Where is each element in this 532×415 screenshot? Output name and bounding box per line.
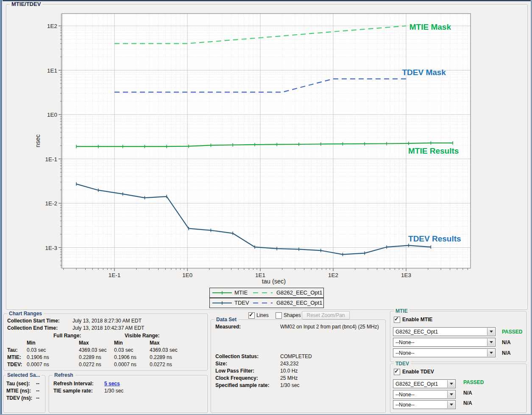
- svg-text:1E-3: 1E-3: [45, 245, 57, 251]
- legend-mtie-mask-label: G8262_EEC_Opt1: [276, 289, 322, 296]
- selected-samples-title: Selected Sa...: [6, 372, 42, 378]
- chart-ranges-group: Chart Ranges Collection Start Time: July…: [3, 314, 208, 370]
- collection-end-value: July 13, 2018 10:42:37 AM EDT: [72, 325, 144, 331]
- tdev-vis-min: 0.0007 ns: [114, 362, 136, 367]
- enable-mtie-label: Enable MTIE: [402, 317, 432, 322]
- tau-full-max: 4369.03 sec: [79, 347, 106, 353]
- svg-text:nsec: nsec: [34, 135, 41, 148]
- legend-row-tdev: TDEV G8262_EEC_Opt1: [209, 298, 324, 308]
- tdev-status-3: N/A: [463, 400, 472, 406]
- dropdown-arrow-icon[interactable]: [487, 339, 495, 346]
- selected-tau-value: --: [36, 381, 39, 387]
- reset-zoom-pan-button[interactable]: Reset Zoom/Pan: [302, 311, 350, 320]
- dropdown-arrow-icon[interactable]: [447, 401, 455, 408]
- collection-start-value: July 13, 2018 8:27:30 AM EDT: [72, 318, 142, 324]
- window-frame-left: [0, 0, 3, 415]
- selected-tdev-label: TDEV (ns):: [6, 395, 32, 401]
- data-set-group: Data Set Measured: WM02 on Input 2 from …: [211, 320, 386, 413]
- tdev-panel-title: TDEV: [394, 361, 411, 367]
- mtie-panel-title: MTIE: [394, 308, 409, 314]
- measured-value: WM02 on Input 2 from part (bnc4) (25 MHz…: [280, 324, 379, 330]
- svg-text:TDEV Mask: TDEV Mask: [402, 68, 446, 77]
- mtie-status-3: N/A: [502, 350, 511, 356]
- legend-mtie-label: MTIE: [234, 289, 248, 296]
- col-header-full-min: Min: [27, 340, 36, 346]
- size-label: Size:: [215, 361, 227, 367]
- size-value: 243,232: [280, 361, 298, 367]
- collection-end-label: Collection End Time:: [7, 325, 58, 331]
- dropdown-arrow-icon[interactable]: [487, 349, 495, 356]
- selected-mtie-label: MTIE (ns):: [6, 388, 31, 394]
- collection-status-value: COMPLETED: [280, 353, 312, 359]
- shapes-checkbox[interactable]: [276, 312, 282, 319]
- mtie-mask-select-1[interactable]: G8262_EEC_Opt1: [393, 327, 496, 336]
- mtie-vis-max: 0.2289 ns: [150, 354, 172, 360]
- mtie-status-2: N/A: [502, 339, 511, 345]
- dropdown-arrow-icon[interactable]: [447, 380, 455, 387]
- svg-text:1E2: 1E2: [328, 272, 338, 278]
- tdev-full-min: 0.0007 ns: [27, 362, 49, 367]
- svg-text:1E3: 1E3: [401, 272, 411, 278]
- legend-tdev-mask-label: G8262_EEC_Opt1: [276, 300, 322, 306]
- application-window: MTIE/TDEV 1E-11E01E11E21E31E21E11E01E-11…: [0, 0, 532, 415]
- tau-row-label: Tau:: [7, 347, 17, 353]
- svg-text:1E-1: 1E-1: [45, 156, 57, 163]
- legend-tdev-label: TDEV: [234, 300, 249, 306]
- legend-row-mtie: MTIE G8262_EEC_Opt1: [209, 288, 324, 298]
- collection-start-label: Collection Start Time:: [7, 318, 60, 324]
- dropdown-arrow-icon[interactable]: [447, 391, 455, 398]
- tdev-status-2: N/A: [463, 390, 472, 396]
- svg-text:MTIE Results: MTIE Results: [408, 146, 459, 155]
- tau-vis-max: 4369.03 sec: [150, 347, 177, 353]
- enable-mtie-checkbox[interactable]: [394, 317, 400, 323]
- mtie-mask-select-3[interactable]: --None--: [393, 348, 496, 357]
- tdev-row-label: TDEV:: [7, 362, 22, 367]
- tdev-mask-select-1-value: G8262_EEC_Opt1: [396, 381, 438, 387]
- svg-text:TDEV Results: TDEV Results: [408, 234, 461, 243]
- col-header-vis-max: Max: [150, 340, 159, 346]
- refresh-title: Refresh: [53, 372, 75, 378]
- tdev-status-1: PASSED: [463, 379, 484, 385]
- svg-text:1E1: 1E1: [47, 67, 57, 74]
- tdev-mask-select-2-value: --None--: [396, 392, 415, 398]
- mtie-mask-select-2[interactable]: --None--: [393, 338, 496, 347]
- visible-range-header: Visible Range:: [125, 333, 159, 339]
- mtie-panel-group: MTIE Enable MTIE G8262_EEC_Opt1 PASSED -…: [390, 311, 526, 362]
- mtie-mask-select-3-value: --None--: [396, 350, 415, 356]
- tdev-mask-select-1[interactable]: G8262_EEC_Opt1: [393, 379, 456, 388]
- refresh-interval-link[interactable]: 5 secs: [104, 381, 120, 387]
- full-range-header: Full Range:: [53, 333, 81, 339]
- low-pass-filter-value: 10.0 Hz: [280, 368, 298, 374]
- tdev-mask-select-3[interactable]: --None--: [393, 400, 456, 409]
- selected-samples-group: Selected Sa... Tau (sec): -- MTIE (ns): …: [3, 375, 45, 413]
- tau-full-min: 0.03 sec: [27, 347, 46, 353]
- tie-sample-rate-value: 1/30 sec: [104, 388, 123, 394]
- mtie-mask-select-2-value: --None--: [396, 339, 415, 345]
- svg-text:1E0: 1E0: [47, 112, 57, 118]
- chart-ranges-title: Chart Ranges: [7, 311, 44, 317]
- tdev-mask-select-2[interactable]: --None--: [393, 390, 456, 399]
- mtie-vis-min: 0.1906 ns: [114, 354, 136, 360]
- tie-sample-rate-label: TIE sample rate:: [53, 388, 93, 394]
- svg-text:1E2: 1E2: [47, 23, 57, 29]
- mtie-full-max: 0.2289 ns: [79, 354, 101, 360]
- lines-checkbox[interactable]: [248, 312, 255, 319]
- tau-vis-min: 0.03 sec: [114, 347, 133, 353]
- selected-tau-label: Tau (sec):: [6, 381, 30, 387]
- data-set-title: Data Set: [214, 317, 238, 322]
- mtie-tdev-chart[interactable]: 1E-11E01E11E21E31E21E11E01E-11E-21E-3tau…: [0, 0, 532, 310]
- legend-mtie-samples: MTIE G8262_EEC_Opt1: [210, 289, 323, 297]
- enable-tdev-checkbox[interactable]: [394, 369, 400, 375]
- clock-frequency-value: 25 MHz: [280, 375, 298, 381]
- dropdown-arrow-icon[interactable]: [487, 328, 495, 335]
- tdev-panel-group: TDEV Enable TDEV G8262_EEC_Opt1 PASSED -…: [390, 364, 526, 413]
- col-header-vis-min: Min: [114, 340, 123, 346]
- lines-checkbox-label: Lines: [256, 312, 269, 318]
- refresh-interval-label: Refresh Interval:: [53, 381, 94, 387]
- svg-text:1E-1: 1E-1: [109, 272, 121, 278]
- low-pass-filter-label: Low Pass Filter:: [215, 368, 254, 374]
- chart-svg: 1E-11E01E11E21E31E21E11E01E-11E-21E-3tau…: [0, 0, 532, 310]
- svg-text:MTIE Mask: MTIE Mask: [409, 22, 451, 31]
- tdev-full-max: 0.0272 ns: [79, 362, 101, 367]
- svg-text:1E-2: 1E-2: [45, 200, 57, 207]
